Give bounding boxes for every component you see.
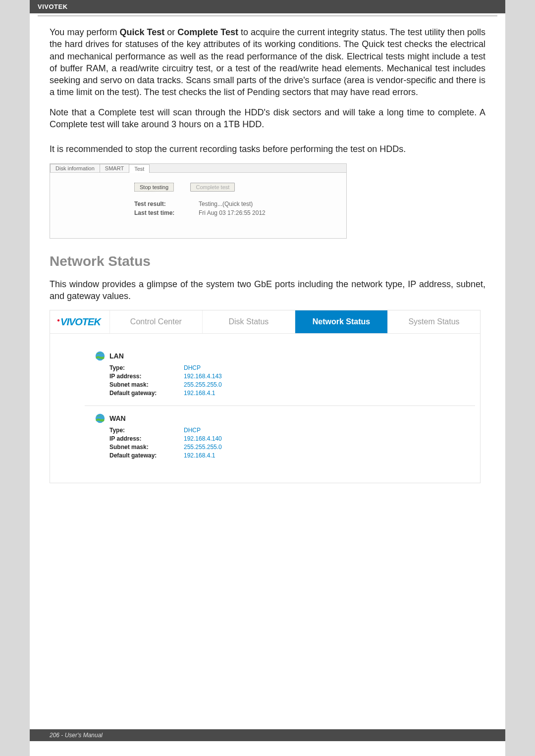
tab-network-status[interactable]: Network Status: [295, 310, 387, 333]
wan-section-title: WAN: [109, 414, 126, 422]
lan-mask-value: 255.255.255.0: [184, 381, 222, 388]
network-status-intro: This window provides a glimpse of the sy…: [50, 278, 485, 302]
page-footer: 206 - User's Manual: [30, 729, 505, 741]
disk-test-screenshot: Disk information SMART Test Stop testing…: [50, 163, 347, 239]
section-divider: [85, 405, 475, 406]
wan-ip-value: 192.168.4.140: [184, 435, 222, 442]
globe-icon: [95, 351, 106, 361]
complete-test-button[interactable]: Complete test: [190, 183, 235, 192]
logo-text: VIVOTEK: [60, 316, 101, 328]
wan-ip-label: IP address:: [109, 435, 184, 442]
tab-smart[interactable]: SMART: [100, 164, 129, 172]
vivotek-logo: ● VIVOTEK: [50, 312, 109, 332]
svg-point-0: [96, 352, 105, 360]
footer-text: 206 - User's Manual: [50, 732, 103, 739]
lan-gw-label: Default gateway:: [109, 390, 184, 397]
logo-dot-icon: ●: [57, 317, 60, 323]
wan-mask-value: 255.255.255.0: [184, 444, 222, 451]
paragraph-2: Note that a Complete test will scan thro…: [50, 106, 485, 131]
tab-control-center[interactable]: Control Center: [109, 310, 202, 333]
paragraph-1: You may perform Quick Test or Complete T…: [50, 26, 485, 99]
last-test-time-label: Last test time:: [134, 209, 199, 216]
stop-testing-button[interactable]: Stop testing: [134, 183, 174, 192]
tab-test[interactable]: Test: [129, 164, 150, 173]
last-test-time-value: Fri Aug 03 17:26:55 2012: [199, 209, 266, 216]
wan-gw-label: Default gateway:: [109, 452, 184, 459]
brand-text: VIVOTEK: [38, 3, 68, 10]
test-result-value: Testing...(Quick test): [199, 201, 253, 207]
lan-mask-label: Subnet mask:: [109, 381, 184, 388]
wan-gw-value: 192.168.4.1: [184, 452, 215, 459]
lan-type-value: DHCP: [184, 364, 201, 371]
disk-test-tabs: Disk information SMART Test: [50, 164, 346, 173]
section-heading-network-status: Network Status: [50, 253, 485, 269]
wan-type-value: DHCP: [184, 427, 201, 434]
test-result-label: Test result:: [134, 201, 199, 207]
tab-system-status[interactable]: System Status: [387, 310, 480, 333]
wan-type-label: Type:: [109, 427, 184, 434]
lan-fields: Type:DHCP IP address:192.168.4.143 Subne…: [95, 364, 465, 397]
lan-section-title: LAN: [109, 352, 124, 360]
tab-disk-status[interactable]: Disk Status: [202, 310, 295, 333]
wan-mask-label: Subnet mask:: [109, 444, 184, 451]
lan-type-label: Type:: [109, 364, 184, 371]
svg-point-1: [96, 414, 105, 423]
lan-ip-value: 192.168.4.143: [184, 373, 222, 380]
lan-ip-label: IP address:: [109, 373, 184, 380]
tab-disk-information[interactable]: Disk information: [50, 164, 100, 172]
wan-fields: Type:DHCP IP address:192.168.4.140 Subne…: [95, 427, 465, 459]
lan-gw-value: 192.168.4.1: [184, 390, 215, 397]
header-rule: [38, 15, 497, 16]
globe-icon: [95, 413, 106, 424]
network-status-screenshot: ● VIVOTEK Control Center Disk Status Net…: [50, 310, 481, 483]
page-header: VIVOTEK: [30, 0, 505, 13]
paragraph-3: It is recommended to stop the current re…: [50, 143, 485, 155]
